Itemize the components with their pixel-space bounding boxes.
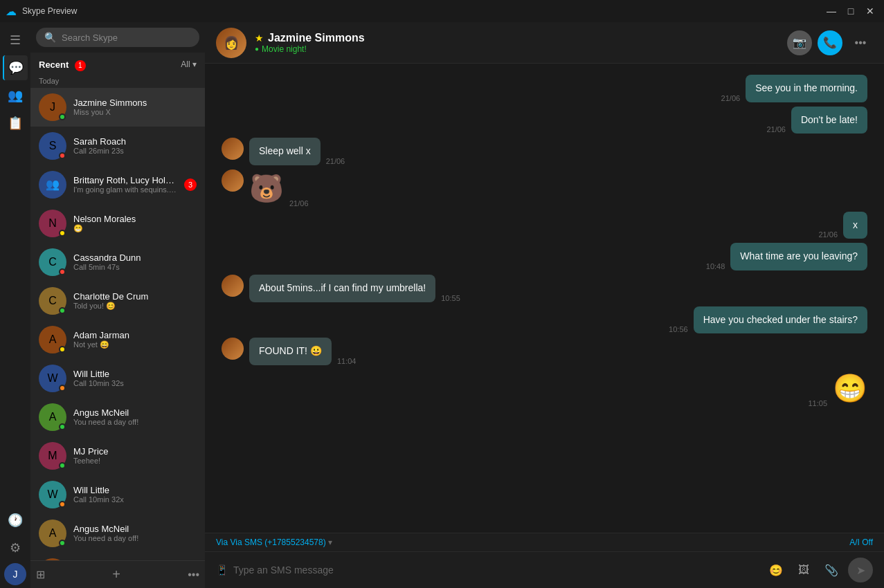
contact-info: Jazmine Simmons Miss you X: [73, 98, 197, 116]
msg-time: 11:04: [337, 357, 357, 365]
msg-bubble: See you in the morning.: [746, 75, 867, 102]
contact-item-mj-price-1[interactable]: M MJ Price Teehee!: [30, 437, 205, 475]
sidebar-grid-icon[interactable]: ⊞: [36, 568, 45, 581]
sidebar: 🔍 Recent 1 All ▾ Today J Jazmine Simmons: [30, 22, 205, 588]
voice-call-button[interactable]: 📞: [818, 30, 842, 55]
contact-sub: Told you! 😊: [73, 302, 197, 311]
status-dot: [59, 462, 66, 469]
msg-bubble: Have you checked under the stairs?: [694, 306, 867, 334]
contact-info: Angus McNeil You need a day off!: [73, 524, 197, 542]
sidebar-add-icon[interactable]: +: [112, 567, 120, 582]
avatar-wrap: W: [39, 365, 66, 392]
maximize-button[interactable]: □: [842, 3, 859, 19]
more-options-button[interactable]: •••: [848, 30, 873, 55]
contact-item-will-little-2[interactable]: W Will Little Call 10min 32x: [30, 475, 205, 514]
chat-header-left: 👩 ★ Jazmine Simmons ● Movie night!: [216, 28, 365, 58]
contact-info: Sarah Roach Call 26min 23s: [73, 136, 197, 155]
contact-info: Cassandra Dunn Call 5min 47s: [73, 252, 197, 271]
user-avatar[interactable]: J: [4, 563, 26, 585]
message-row-3: Sleep well x21/06: [222, 138, 867, 165]
msg-avatar: [222, 338, 244, 360]
chat-area: 👩 ★ Jazmine Simmons ● Movie night! 📷 📞 •: [205, 22, 884, 588]
nav-people-icon[interactable]: 👥: [3, 83, 28, 108]
search-input-wrap[interactable]: 🔍: [36, 28, 199, 47]
contact-sub: Call 10min 32x: [73, 495, 197, 504]
attachment-button[interactable]: 📎: [820, 559, 842, 581]
contact-name: Brittany Roth, Lucy Holcomb, S...: [73, 175, 177, 185]
contact-name: Adam Jarman: [73, 330, 197, 340]
image-button[interactable]: 🖼: [793, 559, 815, 581]
contact-sub: You need a day off!: [73, 534, 197, 542]
msg-bubble: x: [843, 212, 867, 239]
contact-info: Will Little Call 10min 32x: [73, 485, 197, 504]
contact-info: MJ Price Teehee!: [73, 446, 197, 465]
ai-off-badge: A/I Off: [849, 538, 873, 547]
contact-name: Charlotte De Crum: [73, 291, 197, 302]
avatar-wrap: C: [39, 287, 66, 315]
msg-emoji: 🐻: [249, 169, 284, 208]
nav-hamburger-icon[interactable]: ☰: [3, 28, 28, 53]
nav-chats-icon[interactable]: 💬: [3, 55, 28, 80]
msg-bubble: What time are you leaving?: [730, 243, 867, 270]
contact-item-mj-price-2[interactable]: M MJ Price Teehee!: [30, 553, 205, 561]
titlebar: ☁ Skype Preview — □ ✕: [0, 0, 884, 22]
contact-name: Sarah Roach: [73, 136, 197, 147]
sms-via-bar: Via Via SMS (+17855234578) ▾ A/I Off: [205, 533, 884, 552]
contact-sub: I'm going glam with sequins. See you h..…: [73, 185, 177, 194]
chat-header: 👩 ★ Jazmine Simmons ● Movie night! 📷 📞 •: [205, 22, 884, 64]
contact-info: Brittany Roth, Lucy Holcomb, S... I'm go…: [73, 175, 177, 194]
contact-item-will-little-1[interactable]: W Will Little Call 10min 32s: [30, 359, 205, 398]
message-input[interactable]: [233, 564, 759, 576]
chat-contact-name: Jazmine Simmons: [268, 32, 365, 44]
message-row-4: 🐻21/06: [222, 169, 867, 208]
contact-sub: Call 26min 23s: [73, 147, 197, 155]
nav-history-icon[interactable]: 🕐: [3, 508, 28, 533]
search-input[interactable]: [62, 33, 191, 43]
avatar-wrap: S: [39, 132, 66, 160]
status-dot: [59, 501, 66, 508]
nav-contacts-icon[interactable]: 📋: [3, 111, 28, 136]
contact-info: Charlotte De Crum Told you! 😊: [73, 291, 197, 311]
contact-item-brittany-group[interactable]: 👥 Brittany Roth, Lucy Holcomb, S... I'm …: [30, 165, 205, 204]
contact-item-adam-jarman[interactable]: A Adam Jarman Not yet 😄: [30, 320, 205, 359]
today-label: Today: [30, 74, 205, 88]
contact-item-cassandra-dunn[interactable]: C Cassandra Dunn Call 5min 47s: [30, 243, 205, 282]
sms-via-number[interactable]: Via SMS (+17855234578): [230, 538, 325, 547]
all-filter-button[interactable]: All ▾: [181, 59, 197, 69]
sidebar-more-icon[interactable]: •••: [188, 569, 199, 581]
msg-time: 10:48: [706, 262, 725, 270]
emoji-button[interactable]: 😊: [765, 559, 787, 581]
contact-info: Adam Jarman Not yet 😄: [73, 330, 197, 349]
message-row-6: 10:48What time are you leaving?: [222, 243, 867, 270]
recent-label: Recent: [39, 59, 69, 70]
contact-name: Jazmine Simmons: [73, 98, 197, 108]
recent-badge: 1: [75, 60, 86, 71]
contact-item-angus-mcneil-2[interactable]: A Angus McNeil You need a day off!: [30, 514, 205, 553]
contact-item-nelson-morales[interactable]: N Nelson Morales 😁: [30, 204, 205, 243]
contact-sub: Call 10min 32s: [73, 379, 197, 387]
avatar-wrap: A: [39, 326, 66, 353]
contact-item-angus-mcneil-1[interactable]: A Angus McNeil You need a day off!: [30, 398, 205, 437]
chat-header-icons: 📷 📞 •••: [787, 30, 873, 55]
minimize-button[interactable]: —: [823, 3, 840, 19]
contact-avatar: M: [39, 558, 66, 561]
input-row: 📱 😊 🖼 📎 ➤: [205, 552, 884, 588]
video-call-button[interactable]: 📷: [787, 30, 812, 55]
contacts-list: J Jazmine Simmons Miss you X S Sarah Roa…: [30, 88, 205, 561]
msg-time: 10:56: [669, 325, 688, 333]
contact-item-jazmine-simmons[interactable]: J Jazmine Simmons Miss you X: [30, 88, 205, 127]
msg-avatar: [222, 138, 244, 160]
contact-item-sarah-roach[interactable]: S Sarah Roach Call 26min 23s: [30, 127, 205, 165]
close-button[interactable]: ✕: [862, 3, 878, 19]
search-icon: 🔍: [44, 32, 56, 43]
msg-time: 21/06: [326, 157, 345, 165]
send-button[interactable]: ➤: [848, 558, 873, 582]
chat-contact-avatar: 👩: [216, 28, 246, 58]
contact-item-charlotte-de-crum[interactable]: C Charlotte De Crum Told you! 😊: [30, 282, 205, 320]
avatar-wrap: M: [39, 442, 66, 470]
msg-time: 21/06: [766, 125, 786, 134]
status-dot: [59, 346, 66, 353]
contact-sub: Call 5min 47s: [73, 263, 197, 271]
nav-settings-icon[interactable]: ⚙: [3, 535, 28, 560]
status-dot: [59, 230, 66, 237]
